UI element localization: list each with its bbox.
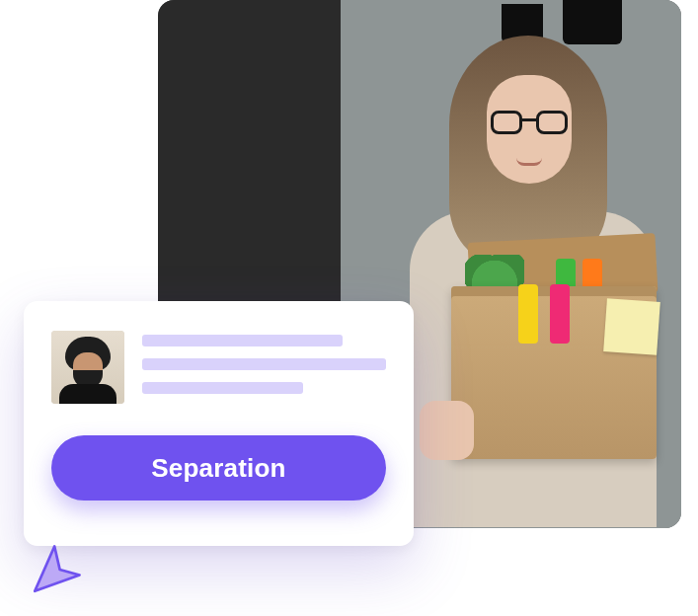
placeholder-line	[142, 335, 343, 346]
placeholder-line	[142, 382, 303, 394]
avatar	[51, 331, 124, 404]
employee-action-card: Separation	[24, 301, 414, 546]
placeholder-text-lines	[142, 331, 386, 394]
separation-button[interactable]: Separation	[51, 435, 386, 500]
cursor-arrow-icon	[28, 541, 85, 598]
placeholder-line	[142, 358, 386, 370]
